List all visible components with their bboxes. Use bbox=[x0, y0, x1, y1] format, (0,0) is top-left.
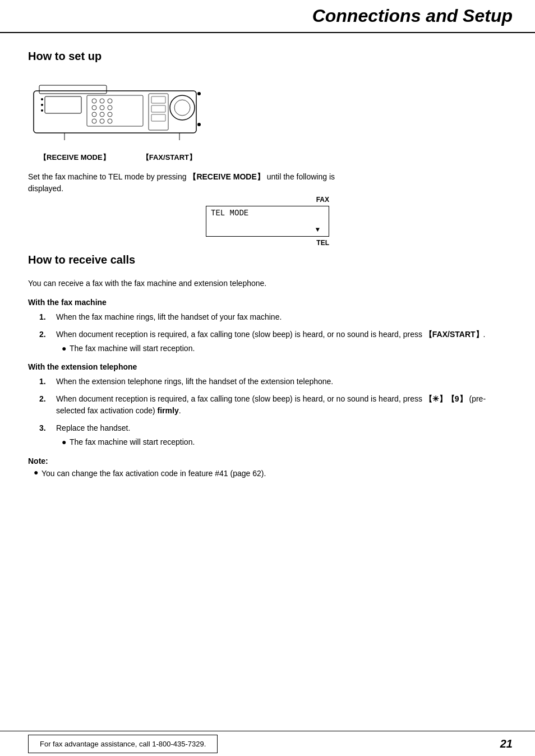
svg-point-13 bbox=[92, 112, 96, 117]
fax-machine-svg bbox=[28, 80, 207, 141]
ext-list-text-1: When the extension telephone rings, lift… bbox=[56, 377, 333, 386]
section2-intro: You can receive a fax with the fax machi… bbox=[28, 278, 507, 289]
diagram-container bbox=[28, 80, 507, 141]
list-item: 1. When the fax machine rings, lift the … bbox=[39, 311, 507, 323]
lcd-arrow-row: ▼ bbox=[211, 226, 324, 234]
page-title: Connections and Setup bbox=[312, 6, 513, 26]
instruction-text: Set the fax machine to TEL mode by press… bbox=[28, 171, 507, 195]
device-image bbox=[28, 80, 207, 141]
lcd-text-row: TEL MODE bbox=[211, 209, 324, 218]
svg-rect-21 bbox=[151, 105, 165, 112]
ext-list-text-2e: . bbox=[179, 406, 181, 415]
subsection2-title: With the extension telephone bbox=[28, 362, 507, 371]
list-item-2: 2. When document reception is required, … bbox=[39, 329, 507, 354]
ext-list-text-2a: When document reception is required, a f… bbox=[56, 394, 425, 403]
svg-point-4 bbox=[41, 104, 43, 106]
footer-text-box: For fax advantage assistance, call 1-800… bbox=[28, 735, 218, 753]
ext-list-item-3: 3. Replace the handset. ● The fax machin… bbox=[39, 422, 507, 448]
bullet-dot-1: ● bbox=[62, 343, 70, 354]
svg-point-15 bbox=[108, 112, 112, 117]
list-number-1: 1. bbox=[39, 311, 56, 323]
svg-point-3 bbox=[41, 98, 43, 100]
list-number-2: 2. bbox=[39, 329, 56, 354]
svg-rect-20 bbox=[151, 96, 165, 103]
lcd-display-text: TEL MODE bbox=[211, 209, 248, 218]
svg-rect-2 bbox=[45, 96, 81, 113]
svg-point-17 bbox=[100, 119, 104, 123]
ext-list-number-3: 3. bbox=[39, 422, 56, 448]
list-text-2b: 【FAX/START】 bbox=[425, 330, 483, 339]
section1-title: How to set up bbox=[28, 50, 507, 63]
svg-point-12 bbox=[108, 105, 112, 110]
ext-list-item-2: 2. When document reception is required, … bbox=[39, 393, 507, 417]
svg-rect-1 bbox=[39, 85, 107, 94]
page-footer: For fax advantage assistance, call 1-800… bbox=[0, 731, 535, 756]
main-content: How to set up bbox=[0, 33, 535, 524]
svg-point-16 bbox=[92, 119, 96, 123]
svg-point-18 bbox=[108, 119, 112, 123]
bullet-item-3: ● The fax machine will start reception. bbox=[62, 436, 195, 448]
svg-point-5 bbox=[41, 109, 43, 112]
list-text-2c: . bbox=[483, 330, 486, 339]
note-bullet-text: You can change the fax activation code i… bbox=[41, 468, 266, 480]
note-section: Note: ● You can change the fax activatio… bbox=[28, 457, 507, 480]
ext-list-text-3: Replace the handset. bbox=[56, 423, 130, 432]
diagram-label-receive-mode: 【RECEIVE MODE】 bbox=[39, 153, 110, 163]
svg-point-7 bbox=[92, 99, 96, 103]
fax-machine-list: 1. When the fax machine rings, lift the … bbox=[39, 311, 507, 354]
svg-point-9 bbox=[108, 99, 112, 103]
svg-point-8 bbox=[100, 99, 104, 103]
list-text-1: When the fax machine rings, lift the han… bbox=[56, 312, 282, 321]
instruction-bold: 【RECEIVE MODE】 bbox=[188, 172, 264, 181]
svg-rect-22 bbox=[151, 114, 165, 121]
footer-page-number: 21 bbox=[500, 737, 513, 750]
list-content-2: When document reception is required, a f… bbox=[56, 329, 485, 354]
svg-point-10 bbox=[92, 105, 96, 110]
svg-point-23 bbox=[170, 95, 195, 120]
device-diagram-wrapper: 【RECEIVE MODE】 【FAX/START】 bbox=[28, 74, 507, 163]
svg-point-14 bbox=[100, 112, 104, 117]
lcd-arrow: ▼ bbox=[316, 226, 320, 234]
list-text-2a: When document reception is required, a f… bbox=[56, 330, 425, 339]
bullet-dot-3: ● bbox=[62, 436, 70, 448]
ext-list-number-2: 2. bbox=[39, 393, 56, 417]
svg-rect-0 bbox=[34, 91, 196, 133]
bullet-text-3: The fax machine will start reception. bbox=[70, 436, 195, 448]
lcd-tel-label: TEL bbox=[316, 239, 329, 247]
ext-list-text-2d: firmly bbox=[158, 406, 179, 415]
ext-list-content-3: Replace the handset. ● The fax machine w… bbox=[56, 422, 195, 448]
lcd-display: TEL MODE ▼ bbox=[206, 206, 329, 237]
ext-list-content-2: When document reception is required, a f… bbox=[56, 393, 507, 417]
bullet-item-1: ● The fax machine will start reception. bbox=[62, 343, 485, 354]
diagram-labels: 【RECEIVE MODE】 【FAX/START】 bbox=[28, 153, 207, 163]
extension-list: 1. When the extension telephone rings, l… bbox=[39, 376, 507, 448]
ext-list-item-1: 1. When the extension telephone rings, l… bbox=[39, 376, 507, 388]
svg-point-24 bbox=[174, 100, 190, 116]
svg-point-11 bbox=[100, 105, 104, 110]
lcd-fax-label: FAX bbox=[316, 196, 329, 204]
footer-assistance-text: For fax advantage assistance, call 1-800… bbox=[40, 740, 206, 748]
svg-point-25 bbox=[197, 92, 201, 95]
ext-list-text-2b: 【✳】【9】 bbox=[425, 394, 467, 403]
subsection1-title: With the fax machine bbox=[28, 298, 507, 307]
note-title: Note: bbox=[28, 457, 48, 465]
svg-rect-6 bbox=[87, 95, 143, 126]
ext-list-content-1: When the extension telephone rings, lift… bbox=[56, 376, 333, 388]
diagram-label-fax-start: 【FAX/START】 bbox=[142, 153, 196, 163]
list-content-1: When the fax machine rings, lift the han… bbox=[56, 311, 282, 323]
svg-point-26 bbox=[197, 123, 201, 126]
bullet-text-1: The fax machine will start reception. bbox=[70, 343, 195, 354]
lcd-wrapper: FAX TEL MODE ▼ TEL bbox=[206, 206, 329, 237]
page-container: Connections and Setup How to set up bbox=[0, 0, 535, 756]
note-bullet: ● You can change the fax activation code… bbox=[34, 468, 507, 480]
page-header: Connections and Setup bbox=[0, 0, 535, 33]
ext-list-number-1: 1. bbox=[39, 376, 56, 388]
lcd-container: FAX TEL MODE ▼ TEL bbox=[28, 206, 507, 237]
instruction-prefix: Set the fax machine to TEL mode by press… bbox=[28, 172, 187, 181]
section2-title: How to receive calls bbox=[28, 253, 507, 266]
note-bullet-dot: ● bbox=[34, 468, 41, 477]
